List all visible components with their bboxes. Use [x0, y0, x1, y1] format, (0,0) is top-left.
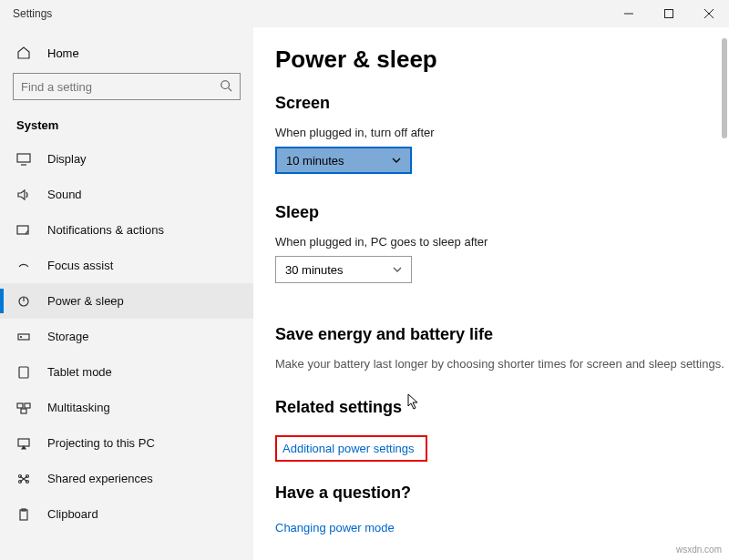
titlebar: Settings: [0, 0, 729, 27]
additional-power-settings-link[interactable]: Additional power settings: [282, 442, 415, 455]
nav-label: Shared experiences: [47, 472, 153, 485]
nav-sound[interactable]: Sound: [0, 177, 253, 212]
watermark: wsxdn.com: [676, 545, 722, 555]
nav-label: Display: [47, 152, 87, 166]
nav-multitasking[interactable]: Multitasking: [0, 390, 253, 425]
sleep-label: When plugged in, PC goes to sleep after: [275, 235, 729, 249]
nav-label: Clipboard: [47, 507, 98, 521]
sidebar: Home System Display Sound Notification: [0, 27, 253, 560]
highlight-annotation: Additional power settings: [275, 435, 427, 462]
nav-clipboard[interactable]: Clipboard: [0, 496, 253, 532]
related-heading: Related settings: [275, 398, 402, 417]
tablet-icon: [16, 366, 31, 379]
question-heading: Have a question?: [275, 484, 729, 503]
sleep-timeout-value: 30 minutes: [285, 263, 344, 277]
svg-rect-22: [20, 510, 27, 520]
screen-timeout-value: 10 minutes: [286, 154, 344, 168]
home-label: Home: [47, 46, 79, 60]
sleep-timeout-select[interactable]: 30 minutes: [275, 256, 412, 283]
page-title: Power & sleep: [275, 46, 729, 74]
svg-rect-1: [665, 10, 673, 18]
storage-icon: [16, 331, 31, 343]
cursor-icon: [407, 393, 420, 410]
svg-rect-13: [19, 367, 28, 378]
svg-rect-17: [18, 439, 29, 446]
home-nav[interactable]: Home: [0, 38, 253, 73]
sound-icon: [16, 188, 31, 201]
svg-rect-6: [17, 154, 30, 162]
nav-projecting[interactable]: Projecting to this PC: [0, 425, 253, 461]
display-icon: [16, 153, 31, 166]
projecting-icon: [16, 437, 31, 450]
screen-label: When plugged in, turn off after: [275, 126, 729, 139]
close-button[interactable]: [689, 0, 729, 27]
multitasking-icon: [16, 402, 31, 414]
section-system: System: [0, 111, 253, 141]
clipboard-icon: [16, 508, 31, 521]
svg-rect-15: [25, 403, 30, 408]
energy-heading: Save energy and battery life: [275, 325, 729, 344]
sleep-heading: Sleep: [275, 203, 729, 222]
chevron-down-icon: [392, 154, 401, 168]
focus-icon: [16, 260, 31, 272]
nav-label: Multitasking: [47, 401, 110, 414]
chevron-down-icon: [393, 263, 402, 277]
window-title: Settings: [13, 7, 52, 20]
nav-power-sleep[interactable]: Power & sleep: [0, 283, 253, 319]
power-icon: [16, 295, 31, 308]
svg-rect-16: [21, 409, 26, 413]
nav-label: Storage: [47, 330, 89, 343]
nav-label: Focus assist: [47, 259, 113, 272]
nav-shared-exp[interactable]: Shared experiences: [0, 461, 253, 496]
svg-rect-11: [18, 334, 29, 340]
svg-point-4: [221, 80, 230, 88]
maximize-button[interactable]: [649, 0, 689, 27]
screen-heading: Screen: [275, 94, 729, 113]
notifications-icon: [16, 224, 31, 237]
screen-timeout-select[interactable]: 10 minutes: [275, 147, 412, 174]
window-controls: [609, 0, 729, 27]
nav-notifications[interactable]: Notifications & actions: [0, 212, 253, 248]
changing-power-mode-link[interactable]: Changing power mode: [275, 521, 395, 535]
svg-point-12: [21, 336, 22, 337]
shared-icon: [16, 473, 31, 485]
search-box[interactable]: [13, 73, 241, 100]
search-icon: [220, 79, 232, 95]
nav-label: Sound: [47, 188, 82, 201]
nav-label: Power & sleep: [47, 294, 124, 308]
nav-storage[interactable]: Storage: [0, 319, 253, 354]
search-input[interactable]: [21, 80, 207, 94]
nav-label: Notifications & actions: [47, 223, 164, 237]
scrollbar-thumb[interactable]: [722, 38, 727, 138]
nav-tablet-mode[interactable]: Tablet mode: [0, 354, 253, 390]
nav-display[interactable]: Display: [0, 141, 253, 177]
nav-label: Projecting to this PC: [47, 436, 155, 450]
energy-desc: Make your battery last longer by choosin…: [275, 357, 729, 371]
minimize-button[interactable]: [609, 0, 649, 27]
svg-line-5: [229, 87, 232, 91]
home-icon: [16, 46, 31, 60]
nav-label: Tablet mode: [47, 365, 112, 379]
svg-rect-14: [17, 403, 23, 408]
main-content: Power & sleep Screen When plugged in, tu…: [253, 27, 729, 560]
nav-list: Display Sound Notifications & actions Fo…: [0, 141, 253, 532]
nav-focus-assist[interactable]: Focus assist: [0, 248, 253, 283]
